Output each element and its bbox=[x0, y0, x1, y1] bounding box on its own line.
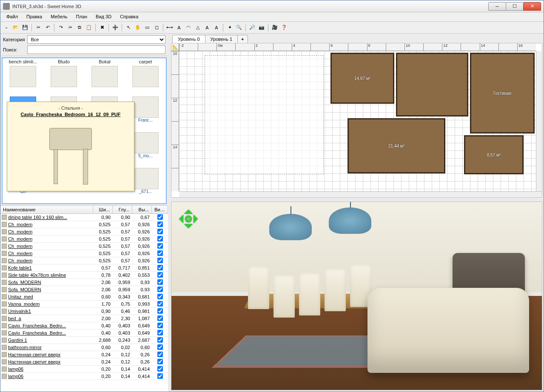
tab-add-level[interactable]: + bbox=[237, 35, 248, 43]
tab-level-1[interactable]: Уровень 1 bbox=[205, 35, 238, 43]
paste-icon[interactable]: 📋 bbox=[85, 23, 93, 32]
menu-view3d[interactable]: Вид 3D bbox=[91, 12, 116, 21]
table-row[interactable]: Unitaz_med0,600,3430,681 bbox=[0, 293, 168, 301]
zoom-in-icon[interactable]: 🔍 bbox=[235, 23, 243, 32]
save-icon[interactable]: 💾 bbox=[21, 23, 29, 32]
visible-checkbox[interactable] bbox=[157, 250, 163, 256]
table-row[interactable]: Настенная светит вверх0,240,120,26 bbox=[0, 358, 168, 366]
visible-checkbox[interactable] bbox=[157, 315, 163, 321]
prefs-icon[interactable]: ✂ bbox=[34, 23, 43, 32]
table-row[interactable]: Ch_modern0,5250,570,926 bbox=[0, 228, 168, 236]
visible-checkbox[interactable] bbox=[157, 272, 163, 278]
catalog-item[interactable]: carpet bbox=[125, 58, 166, 94]
visible-checkbox[interactable] bbox=[157, 352, 163, 357]
col-name-header[interactable]: Наименование bbox=[0, 206, 93, 213]
tab-level-0[interactable]: Уровень 0 bbox=[172, 35, 205, 43]
view-3d[interactable] bbox=[171, 202, 542, 390]
visible-checkbox[interactable] bbox=[157, 308, 163, 314]
visible-checkbox[interactable] bbox=[157, 323, 163, 328]
select-icon[interactable]: ↖ bbox=[124, 23, 133, 32]
open-icon[interactable]: 📂 bbox=[11, 23, 20, 32]
search-input[interactable] bbox=[27, 45, 165, 54]
visible-checkbox[interactable] bbox=[157, 243, 163, 249]
table-row[interactable]: lamp060,200,140,414 bbox=[0, 373, 168, 380]
plan-viewport[interactable]: 📐 -20м246810121416 101214 bbox=[171, 43, 542, 198]
new-icon[interactable]: ▫ bbox=[2, 23, 11, 32]
furniture-table-body[interactable]: dining table 160 x 160 slim...0,900,900,… bbox=[0, 214, 168, 392]
copy-icon[interactable]: ⧉ bbox=[75, 23, 84, 32]
nav-down-icon[interactable] bbox=[184, 224, 193, 233]
photo-icon[interactable]: 📷 bbox=[257, 23, 266, 32]
redo-icon[interactable]: ↷ bbox=[57, 23, 65, 32]
dim-icon[interactable]: ⟷ bbox=[165, 23, 174, 32]
add-furn-icon[interactable]: ➕ bbox=[111, 23, 120, 32]
table-row[interactable]: Ch_modern0,5250,570,926 bbox=[0, 257, 168, 264]
nav-left-icon[interactable] bbox=[175, 215, 183, 223]
col-height-header[interactable]: Вы... bbox=[132, 206, 152, 213]
visible-checkbox[interactable] bbox=[157, 359, 163, 364]
menu-help[interactable]: Справка bbox=[116, 12, 142, 21]
room-dining[interactable] bbox=[396, 53, 468, 116]
table-row[interactable]: lamp060,200,140,414 bbox=[0, 366, 168, 373]
close-button[interactable]: ✕ bbox=[523, 2, 541, 11]
plan-scroll-h[interactable] bbox=[179, 191, 542, 197]
visible-checkbox[interactable] bbox=[157, 337, 163, 343]
col-width-header[interactable]: Ши... bbox=[93, 206, 113, 213]
visible-checkbox[interactable] bbox=[157, 229, 163, 234]
table-row[interactable]: Cavio_Francheska_Bedro...0,400,4030,649 bbox=[0, 322, 168, 330]
video-icon[interactable]: 🎥 bbox=[271, 23, 279, 32]
table-row[interactable]: Side table 40x78cm slimline0,780,4020,55… bbox=[0, 272, 168, 279]
table-row[interactable]: Ch_modern0,5250,570,926 bbox=[0, 243, 168, 250]
zoom-out-icon[interactable]: 🔎 bbox=[248, 23, 256, 32]
text-icon[interactable]: A bbox=[175, 23, 183, 32]
wall-icon[interactable]: ▭ bbox=[143, 23, 151, 32]
visible-checkbox[interactable] bbox=[157, 258, 163, 263]
category-select[interactable]: Все bbox=[27, 35, 165, 44]
room-icon[interactable]: ◻ bbox=[152, 23, 161, 32]
table-row[interactable]: Sofa_MODERN2,060,9590,93 bbox=[0, 286, 168, 293]
visible-checkbox[interactable] bbox=[157, 294, 163, 299]
room-2[interactable] bbox=[347, 118, 445, 173]
menu-edit[interactable]: Правка bbox=[22, 12, 46, 21]
room-3[interactable] bbox=[464, 135, 524, 174]
text3-icon[interactable]: A bbox=[212, 23, 221, 32]
table-row[interactable]: Ch_modern0,5250,570,926 bbox=[0, 236, 168, 243]
visible-checkbox[interactable] bbox=[157, 344, 163, 350]
visible-checkbox[interactable] bbox=[157, 330, 163, 335]
nav-center-icon[interactable] bbox=[185, 216, 192, 222]
plan-canvas[interactable] bbox=[179, 51, 536, 191]
visible-checkbox[interactable] bbox=[157, 222, 163, 227]
nav-compass[interactable] bbox=[177, 207, 200, 231]
table-row[interactable]: Настенная светит вверх0,240,120,26 bbox=[0, 351, 168, 358]
compass-icon[interactable]: ✦ bbox=[225, 23, 234, 32]
visible-checkbox[interactable] bbox=[157, 265, 163, 270]
arc-icon[interactable]: ◠ bbox=[184, 23, 193, 32]
visible-checkbox[interactable] bbox=[157, 214, 163, 220]
visible-checkbox[interactable] bbox=[157, 236, 163, 241]
menu-furniture[interactable]: Мебель bbox=[46, 12, 71, 21]
pan-icon[interactable]: ✋ bbox=[134, 23, 142, 32]
text2-icon[interactable]: A bbox=[203, 23, 211, 32]
table-row[interactable]: Ch_modern0,5250,570,926 bbox=[0, 250, 168, 257]
menu-plan[interactable]: План bbox=[72, 12, 92, 21]
table-row[interactable]: Umivalnik10,900,460,981 bbox=[0, 308, 168, 315]
table-row[interactable]: bed_a2,002,301,087 bbox=[0, 315, 168, 322]
delete-icon[interactable]: ✖ bbox=[98, 23, 106, 32]
room-living[interactable] bbox=[470, 53, 535, 134]
table-row[interactable]: Sofa_MODERN2,060,9590,93 bbox=[0, 279, 168, 286]
ruler-origin[interactable]: 📐 bbox=[171, 43, 179, 51]
maximize-button[interactable]: ☐ bbox=[506, 2, 524, 11]
undo-icon[interactable]: ↶ bbox=[43, 23, 52, 32]
visible-checkbox[interactable] bbox=[157, 279, 163, 285]
nav-up-icon[interactable] bbox=[184, 205, 193, 214]
col-visible-header[interactable]: Види... bbox=[152, 206, 168, 213]
visible-checkbox[interactable] bbox=[157, 373, 163, 379]
table-row[interactable]: Kofe table10,570,7170,851 bbox=[0, 264, 168, 272]
cut-icon[interactable]: ✂ bbox=[66, 23, 74, 32]
visible-checkbox[interactable] bbox=[157, 366, 163, 372]
nav-right-icon[interactable] bbox=[194, 215, 202, 223]
visible-checkbox[interactable] bbox=[157, 301, 163, 307]
plan-scroll-v[interactable] bbox=[536, 51, 542, 191]
menu-file[interactable]: Файл bbox=[2, 12, 22, 21]
table-row[interactable]: Vanna_modern1,700,750,993 bbox=[0, 301, 168, 308]
